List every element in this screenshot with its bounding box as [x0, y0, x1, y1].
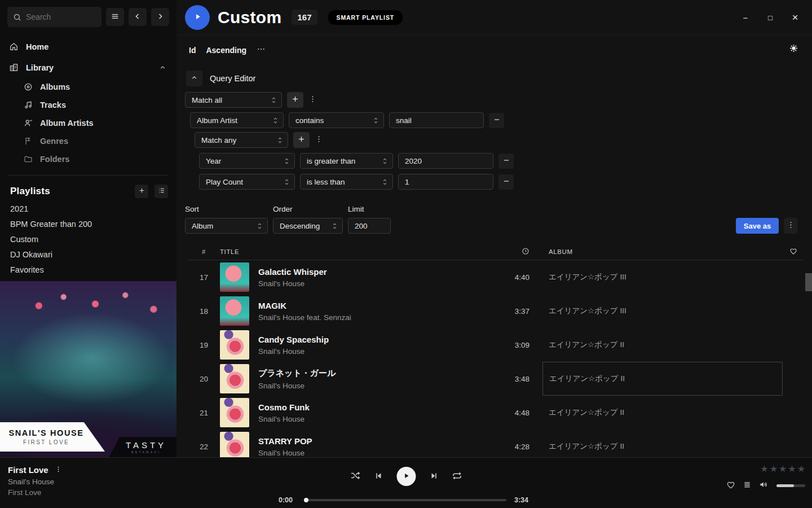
forward-button[interactable] [151, 8, 169, 26]
sort-direction-button[interactable]: Ascending [206, 46, 246, 55]
playlist-item[interactable]: 2021 [0, 202, 176, 217]
rule-operator-select[interactable]: contains [289, 112, 384, 128]
next-button[interactable] [430, 471, 439, 482]
playlist-item[interactable]: Favorites [0, 262, 176, 278]
track-number: 17 [188, 273, 220, 282]
limit-input[interactable] [348, 218, 391, 234]
playlist-item[interactable]: DJ Okawari [0, 247, 176, 262]
sidebar-item-tracks[interactable]: Tracks [0, 96, 176, 114]
queue-button[interactable] [743, 481, 751, 491]
track-album-cell[interactable]: エイリアン☆ポップ II [529, 430, 783, 457]
play-icon [403, 472, 411, 481]
select-value: Play Count [206, 178, 243, 186]
playlist-list-button[interactable] [155, 185, 168, 198]
sort-select[interactable]: Album [185, 218, 268, 234]
rule-field-select[interactable]: Album Artist [190, 112, 284, 128]
repeat-icon [452, 471, 462, 483]
minimize-button[interactable]: − [733, 0, 758, 35]
more-options-button[interactable] [257, 45, 266, 55]
sidebar-item-library[interactable]: Library [0, 57, 176, 78]
track-album-cell[interactable]: エイリアン☆ポップ III [529, 260, 783, 294]
shuffle-button[interactable] [350, 470, 361, 483]
track-row[interactable]: 20 プラネット・ガール Snail's House 3:48 エイリアン☆ポッ… [188, 362, 804, 396]
track-duration: 3:48 [495, 375, 529, 383]
volume-slider[interactable] [776, 484, 805, 487]
maximize-button[interactable]: □ [758, 0, 783, 35]
remove-rule-button[interactable] [498, 174, 514, 190]
artwork-album: FIRST LOVE [23, 439, 69, 445]
playlist-item[interactable]: BPM Greater than 200 [0, 217, 176, 232]
track-album-cell[interactable]: エイリアン☆ポップ II [529, 396, 783, 430]
track-title: Galactic Whisper [258, 267, 327, 277]
player-right-controls: ★ ★ ★ ★ ★ [726, 465, 805, 491]
sidebar-item-albums[interactable]: Albums [0, 78, 176, 96]
save-as-button[interactable]: Save as [736, 218, 779, 234]
group-menu-button[interactable] [315, 135, 323, 145]
add-playlist-button[interactable] [135, 185, 148, 198]
rule-value-input[interactable] [389, 112, 484, 128]
save-menu-button[interactable] [784, 218, 797, 234]
sort-group: Sort Album [185, 205, 268, 234]
star-icon[interactable]: ★ [788, 465, 796, 474]
menu-button[interactable] [106, 8, 124, 26]
track-album-cell-focused[interactable]: エイリアン☆ポップ II [542, 362, 783, 396]
now-playing-album: First Love [8, 488, 62, 497]
track-artist: Snail's House [258, 347, 329, 356]
scrollbar-thumb[interactable] [805, 273, 812, 291]
close-button[interactable]: × [783, 0, 807, 35]
track-row[interactable]: 22 STARRY POP Snail's House 4:28 エイリアン☆ポ… [188, 430, 804, 457]
sidebar-item-folders[interactable]: Folders [0, 150, 176, 168]
previous-button[interactable] [374, 471, 383, 482]
chevron-up-icon[interactable] [159, 64, 166, 71]
playlist-item[interactable]: Custom [0, 232, 176, 247]
track-duration: 3:09 [495, 341, 529, 349]
volume-button[interactable] [759, 480, 769, 491]
settings-button[interactable] [789, 43, 798, 55]
rule-field-select[interactable]: Play Count [199, 174, 295, 190]
progress-handle[interactable] [304, 498, 308, 502]
search-box[interactable] [7, 7, 102, 27]
list-icon [158, 187, 165, 196]
track-row[interactable]: 19 Candy Spaceship Snail's House 3:09 エイ… [188, 328, 804, 362]
play-pause-button[interactable] [397, 467, 416, 486]
track-text: Candy Spaceship Snail's House [258, 335, 329, 356]
back-button[interactable] [129, 8, 147, 26]
track-row[interactable]: 21 Cosmo Funk Snail's House 4:48 エイリアン☆ポ… [188, 396, 804, 430]
star-icon[interactable]: ★ [797, 465, 805, 474]
repeat-button[interactable] [452, 471, 462, 483]
query-rule-row: Play Count is less than [199, 174, 812, 190]
rule-operator-select[interactable]: is greater than [300, 153, 393, 169]
rule-operator-select[interactable]: is less than [300, 174, 393, 190]
match-type-select[interactable]: Match all [185, 92, 282, 108]
select-value: Match any [201, 136, 236, 144]
play-playlist-button[interactable] [185, 5, 210, 30]
sidebar-item-home[interactable]: Home [0, 36, 176, 57]
track-row[interactable]: 17 Galactic Whisper Snail's House 4:40 エ… [188, 260, 804, 294]
now-playing-menu-button[interactable] [55, 466, 62, 475]
rule-value-input[interactable] [398, 174, 493, 190]
remove-rule-button[interactable] [498, 154, 514, 169]
star-icon[interactable]: ★ [770, 465, 778, 474]
remove-rule-button[interactable] [489, 113, 504, 128]
sidebar-item-album-artists[interactable]: Album Artists [0, 114, 176, 132]
collapse-query-editor-button[interactable] [186, 71, 202, 86]
star-icon[interactable]: ★ [760, 465, 768, 474]
progress-slider[interactable] [304, 499, 506, 501]
rule-field-select[interactable]: Year [199, 153, 295, 169]
sidebar-item-genres[interactable]: Genres [0, 132, 176, 150]
search-input[interactable] [26, 12, 96, 21]
star-icon[interactable]: ★ [779, 465, 787, 474]
favorite-button[interactable] [726, 480, 735, 491]
track-row[interactable]: 18 MAGIK Snail's House feat. Sennzai 3:3… [188, 294, 804, 328]
add-rule-button[interactable] [287, 92, 303, 108]
album-artists-icon [24, 119, 33, 128]
track-album-cell[interactable]: エイリアン☆ポップ II [529, 328, 783, 362]
order-select[interactable]: Descending [273, 218, 343, 234]
rule-value-input[interactable] [398, 153, 493, 169]
sort-field-button[interactable]: Id [189, 46, 196, 55]
add-rule-button[interactable] [293, 132, 310, 148]
track-album-cell[interactable]: エイリアン☆ポップ III [529, 294, 783, 328]
match-type-select[interactable]: Match any [195, 132, 288, 148]
group-menu-button[interactable] [308, 95, 317, 105]
select-value: Year [206, 157, 221, 165]
